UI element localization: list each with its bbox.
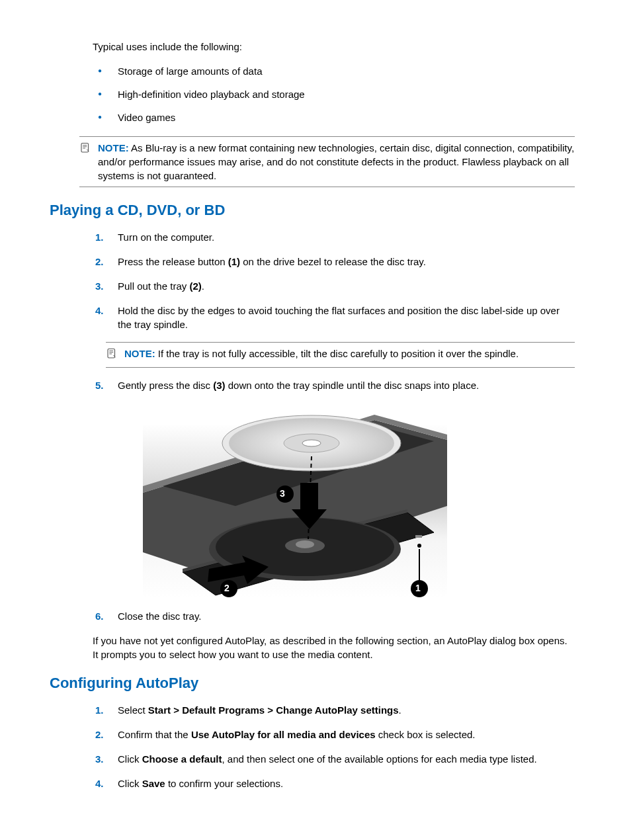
step-text: Select [118, 704, 148, 716]
step-text: . [399, 704, 401, 716]
step-bold: (3) [213, 380, 225, 391]
callout-3: 3 [280, 487, 285, 501]
step-item: Pull out the tray (2). [93, 279, 575, 293]
page-footer: 76 Chapter 6 Drives [50, 837, 581, 840]
note-icon [79, 142, 95, 183]
step-text: to confirm your selections. [165, 778, 283, 789]
step-item: Select Start > Default Programs > Change… [93, 703, 575, 717]
step-item: Close the disc tray. [93, 609, 575, 623]
note-box-inner: NOTE: If the tray is not fully accessibl… [106, 342, 575, 368]
note-text: NOTE: If the tray is not fully accessibl… [124, 347, 575, 363]
uses-list: Storage of large amounts of data High-de… [93, 64, 575, 124]
note-icon [106, 348, 122, 363]
svg-point-10 [296, 540, 314, 548]
step-text: Hold the disc by the edges to avoid touc… [118, 305, 560, 330]
step-text: Press the release button [118, 256, 228, 267]
autoplay-steps: Select Start > Default Programs > Change… [93, 703, 575, 790]
step-bold: Choose a default [142, 753, 222, 765]
step-text: Turn on the computer. [118, 231, 214, 243]
disc-tray-illustration: 3 2 1 [143, 400, 447, 599]
step-item: Hold the disc by the edges to avoid touc… [93, 304, 575, 331]
svg-point-16 [276, 485, 294, 503]
step-text: . [202, 280, 204, 292]
after-steps-text: If you have not yet configured AutoPlay,… [93, 634, 575, 661]
callout-1: 1 [415, 582, 421, 595]
step-text: Close the disc tray. [118, 610, 201, 622]
svg-rect-1 [108, 349, 115, 358]
step-text: Click [118, 778, 142, 789]
step-text: on the drive bezel to release the disc t… [240, 256, 426, 267]
list-item: Storage of large amounts of data [93, 64, 575, 78]
note-label: NOTE: [124, 348, 155, 359]
step-item: Turn on the computer. [93, 230, 575, 244]
playing-steps: Turn on the computer. Press the release … [93, 230, 575, 331]
step-text: down onto the tray spindle until the dis… [226, 380, 480, 391]
svg-point-19 [417, 544, 421, 548]
note-box: NOTE: As Blu-ray is a new format contain… [79, 136, 575, 187]
svg-point-14 [302, 440, 321, 446]
step-item: Click Save to confirm your selections. [93, 777, 575, 790]
step-text: check box is selected. [376, 729, 476, 740]
step-bold: Use AutoPlay for all media and devices [191, 729, 376, 740]
note-text: NOTE: As Blu-ray is a new format contain… [98, 141, 575, 183]
step-text: Click [118, 753, 142, 765]
svg-rect-21 [415, 535, 422, 538]
step-text: Pull out the tray [118, 280, 189, 292]
note-label: NOTE: [98, 142, 129, 153]
page-number: 76 [50, 837, 61, 840]
step-bold: (1) [228, 256, 240, 267]
step-text: , and then select one of the available o… [222, 753, 537, 765]
step-item: Click Choose a default, and then select … [93, 752, 575, 766]
list-item: High-definition video playback and stora… [93, 87, 575, 101]
step-bold: Start > Default Programs > Change AutoPl… [148, 704, 399, 716]
step-bold: Save [142, 778, 165, 789]
list-item: Video games [93, 110, 575, 124]
chapter-label: Chapter 6 Drives [71, 837, 146, 840]
step-text: Confirm that the [118, 729, 191, 740]
note-body: If the tray is not fully accessible, til… [158, 348, 519, 359]
svg-rect-0 [81, 144, 89, 153]
intro-text: Typical uses include the following: [93, 40, 575, 54]
playing-steps-cont: Gently press the disc (3) down onto the … [93, 378, 575, 623]
step-text: Gently press the disc [118, 380, 213, 391]
section-heading-playing: Playing a CD, DVD, or BD [50, 200, 581, 221]
callout-2: 2 [224, 582, 230, 595]
step-bold: (2) [189, 280, 201, 292]
note-body: As Blu-ray is a new format containing ne… [98, 142, 574, 181]
step-item: Gently press the disc (3) down onto the … [93, 378, 575, 599]
step-item: Confirm that the Use AutoPlay for all me… [93, 728, 575, 741]
section-heading-autoplay: Configuring AutoPlay [50, 673, 581, 694]
step-item: Press the release button (1) on the driv… [93, 255, 575, 269]
